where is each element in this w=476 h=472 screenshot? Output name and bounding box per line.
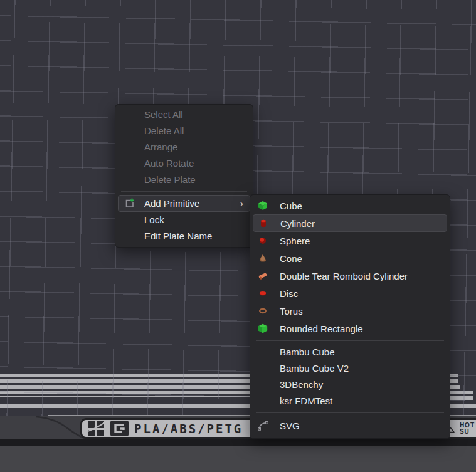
sphere-icon — [258, 236, 268, 246]
submenu-item-3dbenchy[interactable]: 3DBenchy — [250, 377, 450, 393]
plate-stripe — [450, 385, 460, 389]
submenu-item-double-tear-romboid-cylinder[interactable]: Double Tear Romboid Cylinder — [250, 267, 450, 285]
plate-stripe — [450, 391, 473, 394]
disc-icon — [258, 288, 268, 298]
submenu-item-label: Rounded Rectangle — [280, 323, 363, 334]
submenu-separator — [256, 340, 444, 341]
submenu-item-bambu-cube[interactable]: Bambu Cube — [250, 344, 450, 360]
menu-item-label: Add Primitive — [144, 198, 199, 209]
submenu-item-rounded-rectangle[interactable]: Rounded Rectangle — [250, 320, 450, 337]
warning-text-line2: SU — [460, 428, 470, 435]
submenu-item-label: Cylinder — [280, 218, 315, 229]
add-primitive-icon — [124, 197, 135, 209]
submenu-item-cube[interactable]: Cube — [250, 197, 450, 214]
rounded-rectangle-icon — [258, 323, 268, 333]
submenu-item-label: Sphere — [280, 236, 310, 246]
submenu-item-torus[interactable]: Torus — [250, 302, 450, 320]
submenu-item-label: Disc — [280, 288, 298, 299]
menu-item-delete-all: Delete All — [115, 123, 253, 139]
submenu-item-bambu-cube-v2[interactable]: Bambu Cube V2 — [250, 360, 450, 377]
submenu-item-label: SVG — [280, 421, 300, 431]
double-tear-romboid-cylinder-icon — [258, 271, 268, 281]
cube-icon — [258, 201, 268, 211]
menu-item-delete-plate: Delete Plate — [115, 172, 253, 188]
menu-item-select-all: Select All — [115, 107, 253, 123]
submenu-item-disc[interactable]: Disc — [250, 285, 450, 302]
plate-brand-logo-icon — [88, 421, 105, 436]
context-menu: Select All Delete All Arrange Auto Rotat… — [115, 104, 253, 248]
menu-item-add-primitive[interactable]: Add Primitive › — [118, 195, 250, 212]
menu-separator — [121, 191, 247, 192]
submenu-arrow-icon: › — [240, 196, 243, 211]
submenu-item-sphere[interactable]: Sphere — [250, 232, 450, 249]
torus-icon — [258, 306, 268, 316]
submenu-item-label: Torus — [280, 306, 303, 317]
viewport-3d[interactable]: PLA/ABS/PETG HOT SU Select All Delete Al… — [0, 0, 476, 472]
submenu-item-svg[interactable]: SVG — [250, 416, 450, 435]
submenu-item-cone[interactable]: Cone — [250, 249, 450, 267]
menu-item-edit-plate-name[interactable]: Edit Plate Name — [115, 228, 253, 244]
plate-stripe — [450, 396, 473, 400]
submenu-item-ksr-fdmtest[interactable]: ksr FDMTest — [250, 393, 450, 409]
svg-curve-icon — [258, 421, 268, 431]
add-primitive-submenu: Cube Cylinder Sphere — [250, 194, 450, 439]
cylinder-icon — [258, 218, 268, 228]
menu-item-lock[interactable]: Lock — [115, 212, 253, 228]
menu-item-arrange: Arrange — [115, 139, 253, 155]
plate-stripes-left — [0, 374, 251, 397]
submenu-item-label: Cone — [280, 253, 302, 264]
plate-material-label: PLA/ABS/PETG — [134, 421, 243, 436]
plate-stripe — [450, 379, 458, 383]
plate-stripe — [0, 404, 251, 408]
plate-g-logo-icon — [110, 421, 129, 436]
submenu-item-cylinder[interactable]: Cylinder — [253, 214, 447, 232]
plate-stripe — [450, 404, 476, 408]
submenu-item-label: Double Tear Romboid Cylinder — [280, 271, 408, 281]
cone-icon — [258, 253, 268, 263]
submenu-separator — [256, 412, 444, 413]
submenu-item-label: Cube — [280, 201, 302, 211]
menu-item-auto-rotate: Auto Rotate — [115, 155, 253, 172]
plate-stripe — [450, 374, 458, 377]
